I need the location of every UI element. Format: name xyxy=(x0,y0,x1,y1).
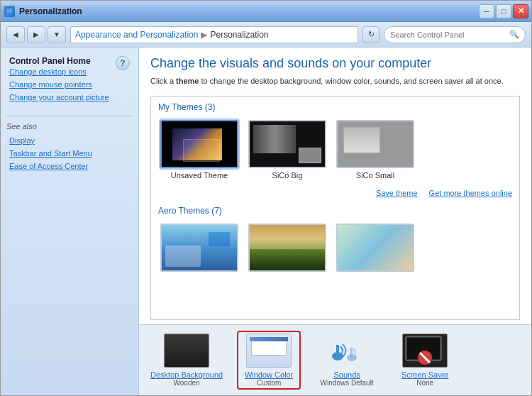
get-more-themes-link[interactable]: Get more themes online xyxy=(429,189,512,197)
sidebar: Control Panel Home ? Change desktop icon… xyxy=(1,48,139,395)
thumb-aero2-visual xyxy=(250,225,325,270)
thumb-sico-small-visual xyxy=(338,121,413,167)
breadcrumb-part1[interactable]: Appearance and Personalization xyxy=(75,30,198,40)
desktop-bg-visual xyxy=(164,334,209,368)
maximize-button[interactable]: □ xyxy=(496,4,511,18)
main-area: Control Panel Home ? Change desktop icon… xyxy=(1,48,531,395)
content-header: Change the visuals and sounds on your co… xyxy=(139,48,531,92)
theme-thumb-sico-big xyxy=(248,120,326,168)
forward-button[interactable]: ▶ xyxy=(27,26,45,43)
search-icon[interactable]: 🔍 xyxy=(509,30,519,39)
sidebar-divider xyxy=(6,116,133,116)
main-window: Personalization ─ □ ✕ ◀ ▶ ▼ Appearance a… xyxy=(0,0,532,396)
sidebar-item-display[interactable]: Display xyxy=(6,135,133,146)
theme-item-sico-big[interactable]: SiCo Big xyxy=(246,118,328,182)
sidebar-title[interactable]: Control Panel Home xyxy=(6,56,91,66)
thumb-aero3-visual xyxy=(338,225,413,270)
desktop-background-item[interactable]: Desktop Background Wooden xyxy=(150,334,223,387)
window-color-label[interactable]: Window Color xyxy=(245,370,293,379)
help-button[interactable]: ? xyxy=(116,56,130,70)
theme-thumb-unsaved xyxy=(160,120,238,168)
window-color-icon xyxy=(246,334,292,368)
titlebar: Personalization ─ □ ✕ xyxy=(1,1,531,22)
theme-item-aero3[interactable] xyxy=(334,221,416,274)
refresh-button[interactable]: ↻ xyxy=(362,26,379,43)
theme-item-unsaved[interactable]: Unsaved Theme xyxy=(158,118,240,182)
thumb-aero1-visual xyxy=(162,225,237,270)
sidebar-item-ease-of-access[interactable]: Ease of Access Center xyxy=(6,160,133,172)
search-input[interactable] xyxy=(390,31,506,39)
theme-item-sico-small[interactable]: SiCo Small xyxy=(334,118,416,182)
theme-label-sico-big: SiCo Big xyxy=(272,171,303,180)
desktop-background-icon xyxy=(164,334,209,368)
see-also-label: See also xyxy=(6,122,133,131)
themes-panel: My Themes (3) Unsaved Theme Si xyxy=(150,96,520,321)
theme-thumb-aero1 xyxy=(160,224,238,272)
content-area: Change the visuals and sounds on your co… xyxy=(139,48,531,395)
thumb-sico-big-visual xyxy=(250,121,325,167)
breadcrumb: Appearance and Personalization ▶ Persona… xyxy=(70,26,358,43)
window-color-visual xyxy=(246,334,292,368)
svg-rect-0 xyxy=(6,8,13,13)
search-box: 🔍 xyxy=(384,26,526,43)
desktop-background-sublabel: Wooden xyxy=(174,379,200,387)
sounds-item[interactable]: Sounds Windows Default xyxy=(315,334,379,387)
svg-rect-4 xyxy=(336,345,339,358)
svg-rect-2 xyxy=(6,14,12,15)
desktop-background-label[interactable]: Desktop Background xyxy=(150,370,223,379)
dropdown-button[interactable]: ▼ xyxy=(48,26,66,43)
sounds-sublabel: Windows Default xyxy=(321,379,374,387)
screen-saver-icon xyxy=(402,334,448,368)
svg-rect-6 xyxy=(350,348,353,359)
theme-thumb-aero3 xyxy=(336,224,414,272)
sounds-icon xyxy=(324,334,370,368)
my-themes-label: My Themes (3) xyxy=(151,97,519,115)
window-controls: ─ □ ✕ xyxy=(479,4,528,18)
theme-item-aero2[interactable] xyxy=(246,221,328,274)
addressbar: ◀ ▶ ▼ Appearance and Personalization ▶ P… xyxy=(1,22,531,48)
theme-label-unsaved: Unsaved Theme xyxy=(171,171,228,180)
breadcrumb-part2: Personalization xyxy=(210,30,268,40)
save-theme-link[interactable]: Save theme xyxy=(376,189,418,197)
back-button[interactable]: ◀ xyxy=(6,26,25,43)
window-color-sublabel: Custom xyxy=(257,379,281,387)
screen-saver-label[interactable]: Screen Saver xyxy=(401,370,449,379)
window-color-item[interactable]: Window Color Custom xyxy=(237,331,301,390)
window-title: Personalization xyxy=(19,6,479,16)
screen-saver-item[interactable]: Screen Saver None xyxy=(393,334,457,387)
breadcrumb-separator: ▶ xyxy=(201,30,207,40)
minimize-button[interactable]: ─ xyxy=(479,4,494,18)
theme-links: Save theme Get more themes online xyxy=(151,187,519,200)
sidebar-item-desktop-icons[interactable]: Change desktop icons xyxy=(6,66,133,77)
bottom-customization-bar: Desktop Background Wooden Window Color C… xyxy=(139,324,531,395)
sounds-visual xyxy=(324,334,370,368)
close-button[interactable]: ✕ xyxy=(513,4,528,18)
aero-themes-grid xyxy=(151,219,519,280)
thumb-unsaved-visual xyxy=(162,121,237,167)
theme-thumb-aero2 xyxy=(248,224,326,272)
nav-buttons: ◀ ▶ ▼ xyxy=(6,26,66,43)
sounds-label[interactable]: Sounds xyxy=(333,370,360,379)
my-themes-grid: Unsaved Theme SiCo Big SiCo xyxy=(151,115,519,187)
sidebar-item-taskbar[interactable]: Taskbar and Start Menu xyxy=(6,148,133,159)
sidebar-item-mouse-pointers[interactable]: Change mouse pointers xyxy=(6,79,133,90)
sidebar-item-account-picture[interactable]: Change your account picture xyxy=(6,92,133,103)
theme-item-aero1[interactable] xyxy=(158,221,240,274)
aero-themes-label: Aero Themes (7) xyxy=(151,200,519,219)
svg-rect-1 xyxy=(7,13,11,15)
theme-thumb-sico-small xyxy=(336,120,414,168)
window-icon xyxy=(4,6,15,17)
content-title: Change the visuals and sounds on your co… xyxy=(150,56,520,71)
content-description: Click a theme to change the desktop back… xyxy=(150,75,505,87)
screen-saver-visual xyxy=(402,334,448,368)
theme-label-sico-small: SiCo Small xyxy=(356,171,394,180)
screen-saver-sublabel: None xyxy=(416,379,433,387)
